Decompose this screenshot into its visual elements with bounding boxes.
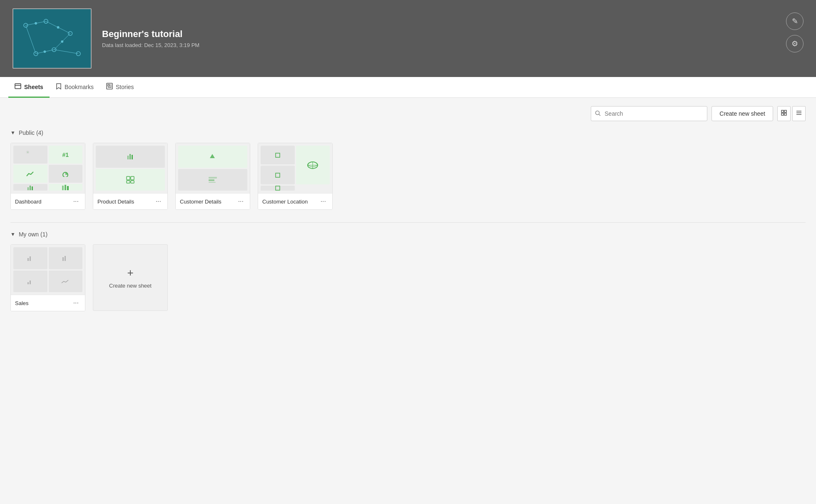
- preview-cell: [261, 146, 295, 164]
- tab-sheets[interactable]: Sheets: [8, 77, 50, 98]
- card-footer: Product Details ···: [93, 193, 167, 209]
- section-public-label: Public (4): [19, 129, 43, 136]
- header-actions: ✎ ⚙: [786, 12, 804, 52]
- svg-rect-63: [30, 281, 31, 284]
- svg-rect-47: [131, 181, 134, 183]
- preview-cell: [49, 271, 83, 293]
- app-thumbnail: [12, 8, 92, 69]
- card-name-customer-location: Customer Location: [262, 199, 308, 205]
- card-menu-button[interactable]: ···: [71, 197, 81, 206]
- section-myown-header[interactable]: ▼ My own (1): [10, 231, 806, 238]
- preview-cell: #1: [49, 146, 83, 164]
- settings-button[interactable]: ⚙: [786, 35, 804, 52]
- preview-cell: [49, 247, 83, 269]
- product-preview: [93, 143, 167, 193]
- preview-cell: [96, 146, 165, 168]
- app-title: Beginner's tutorial: [102, 29, 199, 40]
- card-menu-button[interactable]: ···: [71, 298, 81, 308]
- chevron-icon: ▼: [10, 130, 15, 136]
- section-public-header[interactable]: ▼ Public (4): [10, 129, 806, 136]
- svg-rect-0: [14, 9, 91, 68]
- stories-icon: [106, 83, 113, 91]
- grid-view-button[interactable]: [777, 106, 791, 121]
- card-menu-button[interactable]: ···: [154, 197, 163, 206]
- svg-point-14: [57, 26, 60, 29]
- svg-rect-43: [132, 155, 133, 159]
- card-customer-details[interactable]: Customer Details ···: [175, 143, 250, 210]
- search-input[interactable]: [591, 106, 707, 121]
- svg-rect-40: [67, 186, 69, 190]
- card-sales[interactable]: Sales ···: [10, 244, 85, 311]
- svg-rect-49: [209, 179, 214, 181]
- preview-cell: [13, 165, 47, 183]
- card-menu-button[interactable]: ···: [318, 197, 328, 206]
- svg-rect-27: [784, 110, 786, 112]
- create-new-sheet-card[interactable]: + Create new sheet: [93, 244, 168, 311]
- preview-cell: [13, 184, 47, 191]
- svg-rect-41: [127, 156, 129, 159]
- svg-point-13: [35, 22, 37, 25]
- svg-rect-50: [209, 182, 216, 183]
- svg-rect-44: [127, 176, 130, 180]
- svg-rect-38: [62, 186, 64, 190]
- tab-stories-label: Stories: [116, 84, 134, 90]
- preview-cell: [49, 165, 83, 183]
- customer-details-preview: [176, 143, 250, 193]
- app-header: Beginner's tutorial Data last loaded: De…: [0, 0, 816, 77]
- svg-rect-35: [27, 187, 29, 190]
- svg-rect-28: [781, 113, 784, 115]
- svg-rect-26: [781, 110, 784, 112]
- preview-cell: [261, 186, 295, 191]
- preview-cell: [96, 169, 165, 191]
- tab-bookmarks-label: Bookmarks: [65, 84, 94, 90]
- svg-rect-29: [784, 113, 786, 115]
- list-view-icon: [796, 110, 802, 117]
- svg-point-24: [596, 111, 600, 114]
- public-cards-grid: #1: [10, 143, 806, 210]
- card-dashboard[interactable]: #1: [10, 143, 85, 210]
- svg-rect-61: [65, 256, 66, 261]
- section-divider: [10, 222, 806, 223]
- plus-icon: +: [127, 266, 133, 279]
- app-subtitle: Data last loaded: Dec 15, 2023, 3:19 PM: [102, 42, 199, 48]
- card-footer: Dashboard ···: [11, 193, 85, 209]
- card-footer: Customer Details ···: [176, 193, 250, 209]
- svg-rect-42: [129, 154, 131, 159]
- svg-rect-58: [27, 258, 29, 261]
- edit-icon: ✎: [792, 17, 798, 26]
- svg-rect-17: [15, 84, 21, 89]
- card-customer-location[interactable]: Customer Location ···: [258, 143, 333, 210]
- tab-stories[interactable]: Stories: [100, 77, 140, 98]
- tab-sheets-label: Sheets: [24, 84, 43, 90]
- main-content: Create new sheet: [0, 98, 816, 504]
- myown-cards-grid: Sales ··· + Create new sheet: [10, 244, 806, 311]
- preview-cell: [13, 146, 47, 164]
- content-toolbar: Create new sheet: [10, 106, 806, 121]
- svg-rect-62: [27, 282, 29, 284]
- dashboard-preview: #1: [11, 143, 85, 193]
- sales-preview: [11, 245, 85, 295]
- create-card-label: Create new sheet: [109, 283, 152, 289]
- svg-rect-46: [127, 181, 130, 183]
- sheets-icon: [15, 83, 21, 91]
- svg-rect-37: [32, 186, 33, 190]
- svg-rect-36: [30, 186, 31, 190]
- card-product-details[interactable]: Product Details ···: [93, 143, 168, 210]
- list-view-button[interactable]: [792, 106, 806, 121]
- preview-cell: [261, 166, 295, 184]
- svg-rect-59: [30, 256, 31, 261]
- tab-bookmarks[interactable]: Bookmarks: [50, 77, 100, 98]
- svg-rect-56: [276, 173, 280, 177]
- section-myown-label: My own (1): [19, 231, 47, 238]
- card-menu-button[interactable]: ···: [236, 197, 246, 206]
- svg-rect-20: [108, 84, 109, 86]
- edit-button[interactable]: ✎: [786, 12, 804, 30]
- create-sheet-button[interactable]: Create new sheet: [712, 106, 773, 121]
- svg-rect-45: [131, 176, 134, 180]
- search-icon: [595, 110, 601, 117]
- svg-rect-48: [209, 177, 217, 179]
- view-toggle: [777, 106, 806, 121]
- tabs-bar: Sheets Bookmarks Stories: [0, 77, 816, 98]
- svg-rect-39: [65, 185, 66, 190]
- svg-point-16: [44, 50, 46, 53]
